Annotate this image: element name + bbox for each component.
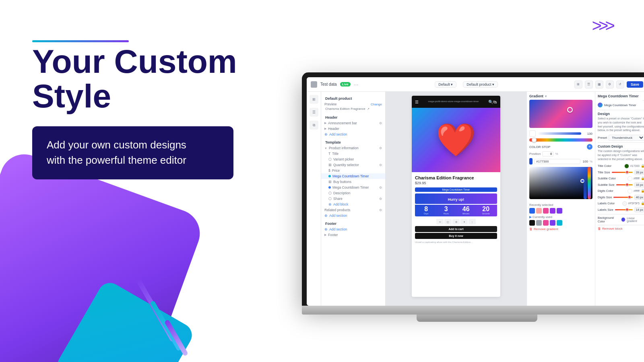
labels-lock-icon[interactable]: 🔒	[641, 202, 644, 205]
used-swatch-4[interactable]	[550, 220, 555, 226]
default-select[interactable]: Default ▾	[435, 81, 456, 88]
price-item[interactable]: $ Price	[321, 168, 385, 173]
used-swatch-1[interactable]	[529, 220, 535, 226]
mega-countdown-item-1[interactable]: Mega Countdown Timer	[321, 173, 385, 179]
title-color-label: Title Color	[598, 164, 611, 168]
mobile-view-btn[interactable]: ☰	[585, 80, 593, 88]
position-input[interactable]	[542, 151, 553, 156]
alpha-bar[interactable]	[584, 167, 587, 199]
desktop-view-btn[interactable]: ⊞	[574, 80, 582, 88]
title-size-thumb[interactable]	[625, 171, 629, 174]
subtitle-color-swatch[interactable]	[627, 176, 632, 181]
home-icon[interactable]	[311, 81, 317, 88]
description-item[interactable]: ⬡ Description	[321, 190, 385, 196]
add-block-btn[interactable]: ⊕ Add block	[321, 202, 385, 207]
editor-container: Test data Live ··· Default ▾ Default pro…	[307, 77, 644, 306]
title-size-label: Title Size	[598, 171, 610, 174]
buy-now-btn[interactable]: Buy it now	[415, 233, 497, 239]
sidebar-icon-settings[interactable]: ☰	[310, 108, 318, 117]
used-swatches	[529, 220, 592, 226]
digits-size-thumb[interactable]	[628, 195, 631, 199]
recent-swatch-4[interactable]	[550, 208, 555, 214]
preview-item[interactable]: Preview Change	[321, 101, 385, 107]
color-picker-square[interactable]	[529, 167, 592, 199]
hue-thumb[interactable]	[532, 138, 537, 142]
save-button[interactable]: Save	[627, 81, 643, 88]
header-item[interactable]: ▶ Header	[321, 126, 385, 132]
action-icon-5[interactable]: ⋮	[469, 219, 476, 224]
remove-block-btn[interactable]: 🗑 Remove block	[598, 227, 644, 230]
topbar-more-icon[interactable]: ···	[354, 81, 359, 88]
recent-swatch-1[interactable]	[529, 208, 535, 214]
related-products-item[interactable]: Related products ⚙	[321, 207, 385, 213]
labels-size-thumb[interactable]	[625, 208, 629, 211]
labels-size-value: 14 px	[634, 207, 644, 212]
subtitle-size-slider[interactable]	[616, 184, 633, 185]
action-icon-2[interactable]: ◫	[444, 219, 452, 224]
digits-size-slider[interactable]	[613, 197, 632, 198]
add-to-cart-btn[interactable]: Add to cart	[415, 226, 497, 232]
used-swatch-2[interactable]	[536, 220, 542, 226]
footer-item[interactable]: ▶ Footer	[321, 232, 385, 238]
add-section-btn-3[interactable]: ⊕ Add section	[321, 226, 385, 232]
variant-picker-item[interactable]: ⬡ Variant picker	[321, 156, 385, 162]
title-color-swatch[interactable]	[624, 164, 629, 169]
digits-size-label: Digits Size	[598, 195, 612, 199]
hue-track[interactable]	[529, 138, 592, 142]
tablet-view-btn[interactable]: ▦	[595, 80, 603, 88]
labels-color-swatch[interactable]	[622, 201, 627, 206]
share-item[interactable]: ⬡ Share ⚙	[321, 196, 385, 202]
product-name: Charisma Edition Fragrance	[415, 175, 497, 180]
title-lock-icon[interactable]: 🔒	[641, 164, 644, 168]
quantity-selector-item[interactable]: ⊞ Quantity selector ⚙	[321, 162, 385, 168]
digits-lock-icon[interactable]: 🔒	[641, 189, 644, 193]
labels-size-slider[interactable]	[615, 209, 633, 210]
used-swatch-3[interactable]	[543, 220, 549, 226]
opacity-swatch[interactable]	[529, 130, 536, 137]
bg-color-desc: Linear gradient	[627, 217, 644, 222]
subtitle-lock-icon[interactable]: 🔒	[641, 177, 644, 180]
subtitle-size-thumb[interactable]	[625, 183, 629, 186]
undo-btn[interactable]: ↺	[616, 80, 624, 88]
default-product-select[interactable]: Default product ▾	[463, 81, 498, 88]
add-section-btn-1[interactable]: ⊕ Add section	[321, 132, 385, 137]
add-color-stop-btn[interactable]: +	[587, 144, 592, 150]
countdown-hurry: Hurry up!	[415, 193, 497, 204]
mega-countdown-item-2[interactable]: Mega Countdown Timer ⚙	[321, 185, 385, 190]
action-icon-1[interactable]: ✏	[436, 219, 444, 224]
hex-swatch[interactable]	[529, 158, 533, 165]
sidebar-icon-blocks[interactable]: ⧉	[310, 121, 318, 130]
rainbow-bar[interactable]	[588, 167, 591, 199]
title-size-slider[interactable]	[612, 172, 633, 173]
preset-select[interactable]: Thunderstruck	[609, 135, 644, 141]
title-size-value: 28 px	[634, 170, 644, 175]
settings-btn[interactable]: ⚙	[606, 80, 614, 88]
action-icon-4[interactable]: ✦	[460, 219, 468, 224]
used-swatch-5[interactable]	[557, 220, 562, 226]
design-panel: Mega Countdown Timer ··· Mega Countdown …	[595, 92, 644, 306]
opacity-track[interactable]	[537, 132, 581, 135]
hex-input[interactable]	[534, 159, 580, 164]
digits-color-hex: #ffffff	[634, 189, 640, 192]
topbar-right: ⊞ ☰ ▦ ⚙ ↺ Save	[574, 80, 643, 88]
digits-color-swatch[interactable]	[627, 189, 632, 193]
gradient-preview[interactable]	[529, 100, 592, 128]
add-section-btn-2[interactable]: ⊕ Add section	[321, 213, 385, 218]
gradient-circle-handle[interactable]	[567, 107, 573, 113]
product-information-item[interactable]: ▼ Product information ⚙	[321, 145, 385, 151]
title-item[interactable]: T Title	[321, 151, 385, 156]
hours-value: 3	[437, 206, 456, 212]
buy-buttons-item[interactable]: ⊞ Buy buttons	[321, 179, 385, 185]
recent-swatch-5[interactable]	[557, 208, 562, 214]
recent-swatch-2[interactable]	[536, 208, 542, 214]
action-icon-3[interactable]: ⚙	[452, 219, 460, 224]
recent-swatch-3[interactable]	[543, 208, 549, 214]
bg-color-swatch[interactable]	[621, 217, 626, 222]
panel-more-btn[interactable]: ···	[598, 99, 644, 102]
preview-area: ☰ mega-profit-demo-store-mega-countdown-…	[386, 92, 526, 306]
sidebar-icon-home[interactable]: ⊞	[310, 95, 318, 104]
remove-gradient-btn[interactable]: 🗑 Remove gradient	[529, 227, 592, 231]
minutes-value: 46	[456, 206, 476, 212]
announcement-bar-item[interactable]: ▶ Announcement bar ⚙	[321, 120, 385, 126]
template-header: Template	[321, 139, 385, 145]
